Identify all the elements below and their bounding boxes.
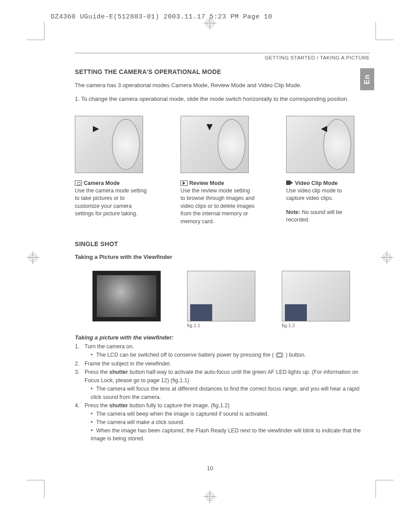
step-1-text: 1. To change the camera operational mode… xyxy=(75,95,370,103)
page: DZ4360 UGuide-E(512883-01) 2003.11.17 5:… xyxy=(0,0,420,520)
fig11-caption: fig.1.1 xyxy=(187,323,255,328)
mode-video-title: Video Clip Mode xyxy=(295,180,338,186)
mode-review-image xyxy=(181,116,249,173)
registration-target-icon xyxy=(26,251,40,264)
step-4-bullet-1: The camera will beep when the image is c… xyxy=(91,410,370,418)
mode-video-note: Note: No sound will be recorded. xyxy=(286,209,361,224)
section-heading-operational-mode: SETTING THE CAMERA'S OPERATIONAL MODE xyxy=(75,68,370,75)
step-1: 1.Turn the camera on. The LCD can be swi… xyxy=(75,343,370,359)
mode-video-desc: Use video clip mode to capture video cli… xyxy=(286,187,361,203)
step-4-bullet-2: The camera will make a click sound. xyxy=(91,418,370,427)
crop-mark xyxy=(44,22,44,40)
play-icon xyxy=(181,181,188,186)
crop-mark xyxy=(376,480,376,498)
step-1-text: Turn the camera on. xyxy=(85,343,134,350)
step-1-bullet: The LCD can be switched off to conserve … xyxy=(91,351,370,359)
mode-video-image xyxy=(286,116,354,173)
page-number: 10 xyxy=(0,465,420,472)
mode-camera-title-line: Camera Mode xyxy=(75,180,150,186)
step-2-text: Frame the subject in the viewfinder. xyxy=(85,361,171,367)
video-icon xyxy=(286,181,293,186)
step-4: 4.Press the shutter button fully to capt… xyxy=(75,402,370,443)
shot-fig11: fig.1.1 xyxy=(187,271,255,328)
lcd-icon xyxy=(276,353,283,358)
crop-mark xyxy=(26,480,44,480)
camera-fig12-image xyxy=(282,271,350,321)
step-4-bullet-3: When the image has been captured, the Fl… xyxy=(91,427,370,443)
mode-review-title: Review Mode xyxy=(189,180,224,186)
mode-video: Video Clip Mode Use video clip mode to c… xyxy=(286,116,361,226)
intro-paragraph: The camera has 3 operational modes Camer… xyxy=(75,81,370,90)
camera-fig11-image xyxy=(187,271,255,321)
content-area: GETTING STARTED / TAKING A PICTURE SETTI… xyxy=(75,53,370,443)
fig12-caption: fig.1.2 xyxy=(282,323,350,328)
mode-camera-title: Camera Mode xyxy=(84,180,120,186)
procedure-title: Taking a picture with the viewfinder: xyxy=(75,334,370,341)
step-3: 3.Press the shutter button half-way to a… xyxy=(75,368,370,401)
mode-camera-image xyxy=(75,116,143,173)
viewfinder-photo-image xyxy=(92,271,161,321)
breadcrumb: GETTING STARTED / TAKING A PICTURE xyxy=(75,55,370,60)
steps-list: 1.Turn the camera on. The LCD can be swi… xyxy=(75,343,370,443)
camera-icon xyxy=(75,181,82,186)
crop-mark xyxy=(376,40,394,40)
step-2: 2.Frame the subject in the viewfinder. xyxy=(75,360,370,368)
arrow-left-icon xyxy=(321,126,327,132)
crop-mark xyxy=(376,480,394,480)
mode-review: Review Mode Use the review mode setting … xyxy=(181,116,255,226)
arrow-down-icon xyxy=(206,124,213,130)
subheading-viewfinder: Taking a Picture with the Viewfinder xyxy=(75,254,370,260)
crop-mark xyxy=(376,22,376,40)
shots-row: fig.1.1 fig.1.2 xyxy=(92,271,370,328)
modes-row: Camera Mode Use the camera mode setting … xyxy=(75,116,370,226)
mode-camera: Camera Mode Use the camera mode setting … xyxy=(75,116,150,226)
step-3-bullet: The camera will focus the lens at differ… xyxy=(91,385,370,402)
shot-fig12: fig.1.2 xyxy=(282,271,350,328)
mode-camera-desc: Use the camera mode setting to take pict… xyxy=(75,187,150,218)
mode-video-title-line: Video Clip Mode xyxy=(286,180,361,186)
shot-photo xyxy=(92,271,161,328)
crop-mark xyxy=(44,480,44,498)
crop-mark xyxy=(26,40,44,40)
arrow-right-icon xyxy=(93,126,99,132)
print-slug: DZ4360 UGuide-E(512883-01) 2003.11.17 5:… xyxy=(51,13,273,21)
top-rule xyxy=(75,53,370,53)
section-heading-single-shot: SINGLE SHOT xyxy=(75,240,370,247)
mode-review-desc: Use the review mode setting to browse th… xyxy=(181,187,255,226)
registration-target-icon xyxy=(203,490,217,503)
mode-review-title-line: Review Mode xyxy=(181,180,255,186)
note-label: Note: xyxy=(286,209,300,215)
registration-target-icon xyxy=(380,251,394,264)
